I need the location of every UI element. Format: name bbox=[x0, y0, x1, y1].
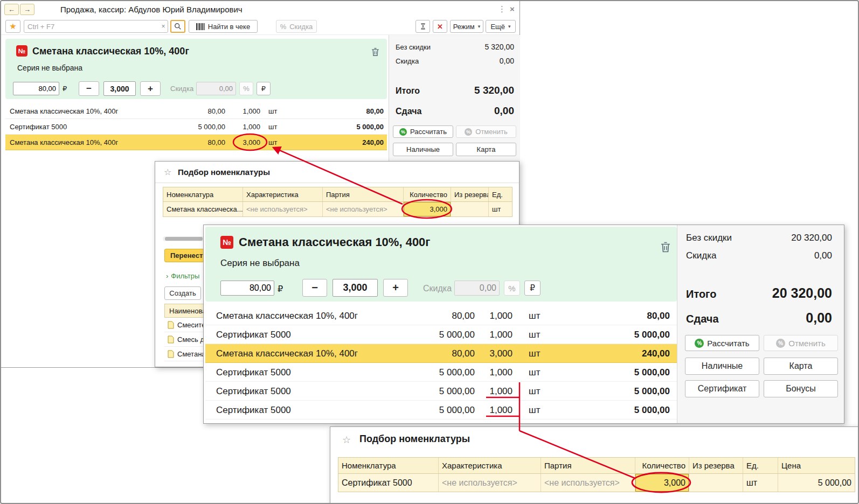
item-name: Сметана классическая 10%, 400г bbox=[10, 107, 118, 115]
picker-row[interactable]: Сертификат 5000 <не используется> <не ис… bbox=[338, 474, 855, 492]
receipt-row[interactable]: Сертификат 5000 5 000,00 1,000 шт 5 000,… bbox=[205, 401, 677, 419]
card-button[interactable]: Карта bbox=[456, 143, 516, 156]
column-header-nomenclature[interactable]: Номенклатура bbox=[163, 187, 243, 201]
card-button[interactable]: Карта bbox=[764, 358, 838, 375]
column-header-reserve[interactable]: Из резерва bbox=[451, 187, 489, 201]
search-input[interactable] bbox=[24, 23, 159, 31]
receipt-row[interactable]: Сертификат 5000 5 000,00 1,000 шт 5 000,… bbox=[5, 119, 387, 135]
picker-header-row: Номенклатура Характеристика Партия Колич… bbox=[163, 187, 512, 202]
cancel-button[interactable]: % Отменить bbox=[456, 125, 516, 138]
scrollbar-thumb[interactable] bbox=[165, 237, 203, 241]
column-header-quantity[interactable]: Количество bbox=[635, 458, 689, 473]
column-header-batch[interactable]: Партия bbox=[541, 458, 635, 473]
item-sum: 80,00 bbox=[305, 107, 384, 115]
create-button[interactable]: Создать bbox=[164, 286, 201, 300]
qty-minus-button[interactable]: − bbox=[302, 279, 327, 297]
search-box: × bbox=[24, 20, 168, 33]
star-outline-icon[interactable]: ☆ bbox=[342, 434, 351, 446]
find-in-check-label: Найти в чеке bbox=[208, 23, 250, 31]
toolbar: ★ × Найти в чеке % Скидка ✕ Режим▾ bbox=[1, 17, 519, 35]
item-icon bbox=[168, 335, 174, 344]
discount-input[interactable] bbox=[454, 281, 500, 296]
filters-toggle[interactable]: › Фильтры bbox=[166, 272, 199, 280]
menu-dots-icon[interactable]: ⋮ bbox=[498, 4, 506, 14]
receipt-row[interactable]: Сметана классическая 10%, 400г 80,00 1,0… bbox=[5, 103, 387, 119]
receipt-row[interactable]: Сертификат 5000 5 000,00 1,000 шт 5 000,… bbox=[205, 363, 677, 382]
sale-window-2: № Сметана классическая 10%, 400г Серия н… bbox=[203, 225, 844, 424]
cash-button[interactable]: Наличные bbox=[685, 358, 759, 375]
mode-dropdown[interactable]: Режим▾ bbox=[450, 20, 483, 33]
postpone-button[interactable] bbox=[415, 20, 430, 33]
item-qty: 3,000 bbox=[228, 138, 260, 146]
column-header-unit[interactable]: Ед. bbox=[743, 458, 778, 473]
certificate-button[interactable]: Сертификат bbox=[685, 380, 759, 397]
favorites-button[interactable]: ★ bbox=[5, 20, 20, 33]
item-price: 5 000,00 bbox=[146, 123, 225, 131]
discount-label: Скидка bbox=[170, 85, 193, 93]
qty-minus-button[interactable]: − bbox=[79, 81, 99, 96]
clear-search-icon[interactable]: × bbox=[159, 23, 168, 30]
list-item-label: Смесь д bbox=[177, 335, 204, 344]
bonuses-button[interactable]: Бонусы bbox=[764, 380, 838, 397]
item-qty: 3,000 bbox=[477, 348, 512, 359]
cell-reserve bbox=[689, 474, 743, 492]
qty-value[interactable]: 3,000 bbox=[332, 279, 378, 297]
column-header-price[interactable]: Цена bbox=[778, 458, 855, 473]
receipt-row-selected[interactable]: Сметана классическая 10%, 400г 80,00 3,0… bbox=[5, 135, 387, 150]
cash-button[interactable]: Наличные bbox=[393, 143, 453, 156]
calculate-button[interactable]: % Рассчитать bbox=[393, 125, 453, 138]
total-label: Итого bbox=[396, 86, 420, 96]
discount-button[interactable]: % Скидка bbox=[276, 20, 317, 33]
discount-ruble-button[interactable]: ₽ bbox=[524, 281, 541, 296]
discount-percent-button[interactable]: % bbox=[239, 82, 253, 95]
delete-row-button[interactable] bbox=[368, 44, 383, 59]
cancel-button[interactable]: % Отменить bbox=[764, 335, 838, 351]
more-dropdown[interactable]: Ещё▾ bbox=[486, 20, 516, 33]
forward-button[interactable]: → bbox=[20, 4, 34, 15]
close-icon[interactable]: × bbox=[510, 4, 515, 13]
column-header-characteristic[interactable]: Характеристика bbox=[439, 458, 541, 473]
no-discount-value: 5 320,00 bbox=[485, 43, 515, 51]
item-qty: 1,000 bbox=[228, 107, 260, 115]
price-input[interactable] bbox=[220, 281, 274, 296]
receipt-row[interactable]: Сметана классическая 10%, 400г 80,00 1,0… bbox=[205, 306, 677, 325]
star-outline-icon[interactable]: ☆ bbox=[164, 167, 171, 177]
discount-input[interactable] bbox=[196, 82, 236, 95]
item-unit: шт bbox=[529, 348, 540, 359]
number-badge: № bbox=[16, 45, 27, 57]
picker-row[interactable]: Сметана классическа... <не используется>… bbox=[163, 202, 512, 217]
column-header-batch[interactable]: Партия bbox=[323, 187, 404, 201]
column-header-reserve[interactable]: Из резерва bbox=[689, 458, 743, 473]
column-header-nomenclature[interactable]: Номенклатура bbox=[338, 458, 439, 473]
delete-row-button[interactable] bbox=[657, 239, 674, 256]
discount-ruble-button[interactable]: ₽ bbox=[257, 82, 271, 95]
receipt-row-selected[interactable]: Сметана классическая 10%, 400г 80,00 3,0… bbox=[205, 344, 677, 363]
column-header-quantity[interactable]: Количество bbox=[404, 187, 451, 201]
price-input[interactable] bbox=[13, 82, 59, 95]
item-unit: шт bbox=[268, 123, 277, 131]
item-unit: шт bbox=[268, 138, 277, 146]
discount-percent-button[interactable]: % bbox=[504, 281, 520, 296]
item-sum: 5 000,00 bbox=[577, 367, 670, 378]
column-header-unit[interactable]: Ед. bbox=[489, 187, 512, 201]
back-button[interactable]: ← bbox=[4, 4, 19, 15]
qty-value[interactable]: 3,000 bbox=[103, 81, 136, 96]
search-button[interactable] bbox=[170, 20, 185, 33]
minus-icon: − bbox=[86, 83, 92, 94]
calculate-button[interactable]: % Рассчитать bbox=[685, 335, 759, 351]
qty-plus-button[interactable]: + bbox=[140, 81, 161, 96]
cell-quantity[interactable]: 3,000 bbox=[404, 202, 451, 216]
qty-plus-button[interactable]: + bbox=[383, 279, 408, 297]
receipt-row[interactable]: Сертификат 5000 5 000,00 1,000 шт 5 000,… bbox=[205, 382, 677, 401]
cancel-receipt-button[interactable]: ✕ bbox=[433, 20, 447, 33]
plus-icon: + bbox=[392, 282, 399, 294]
receipt-row[interactable]: Сертификат 5000 5 000,00 1,000 шт 5 000,… bbox=[205, 325, 677, 344]
column-header-characteristic[interactable]: Характеристика bbox=[243, 187, 323, 201]
cell-quantity[interactable]: 3,000 bbox=[635, 474, 689, 492]
cell-price: 5 000,00 bbox=[778, 474, 855, 492]
item-name: Сертификат 5000 bbox=[216, 330, 291, 340]
item-price: 80,00 bbox=[372, 311, 475, 321]
trash-icon bbox=[659, 241, 672, 254]
receipt-items-list: Сметана классическая 10%, 400г 80,00 1,0… bbox=[5, 103, 387, 150]
find-in-check-button[interactable]: Найти в чеке bbox=[189, 20, 258, 33]
